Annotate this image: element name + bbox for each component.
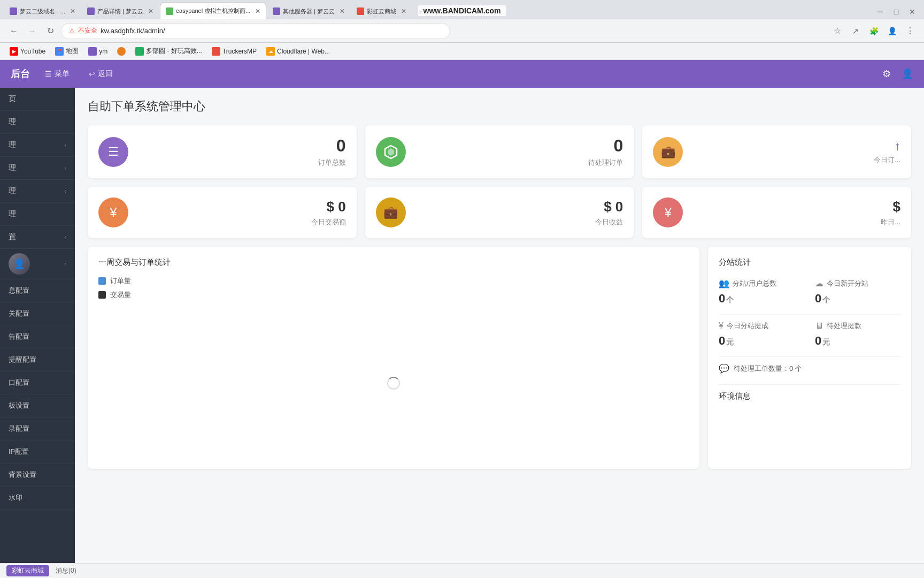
pending-work-orders-text: 待处理工单数量：0 个 xyxy=(734,364,802,374)
bookmark-3[interactable] xyxy=(113,46,130,57)
profile-icon[interactable]: 👤 xyxy=(884,24,899,39)
tx-amount-icon: ¥ xyxy=(98,197,128,227)
branch-stats-grid2: ¥ 今日分站提成 0元 🖥 待处理提款 xyxy=(719,321,900,348)
branch-today-new-header: ☁ 今日新开分站 xyxy=(815,278,900,288)
sidebar-item-info[interactable]: 息配置 xyxy=(0,279,75,302)
sidebar-label-port: 口配置 xyxy=(9,378,29,387)
branch-today-new: ☁ 今日新开分站 0个 xyxy=(815,278,900,306)
tab-label-3: easypanel 虚拟主机控制面... xyxy=(176,7,250,15)
sidebar-item-manage4[interactable]: 理 ‹ xyxy=(0,180,75,203)
share-icon[interactable]: ↗ xyxy=(848,24,863,39)
tab-5[interactable]: 彩虹云商城 ✕ xyxy=(351,3,412,19)
sidebar-chevron-3: ‹ xyxy=(64,165,66,171)
tab-overflow[interactable]: ▾ xyxy=(413,4,428,19)
bookmarks-bar: ▶ YouTube 📍 地图 ym 多部圆 - 好玩高效... Truckers… xyxy=(0,43,924,60)
sidebar-label-manage4: 理 xyxy=(9,186,16,196)
tab-4[interactable]: 其他服务器 | 梦云云 ✕ xyxy=(267,3,350,19)
sidebar-item-watermark[interactable]: 水印 xyxy=(0,486,75,509)
sidebar-item-manage2[interactable]: 理 ‹ xyxy=(0,134,75,157)
legend-dot-tx xyxy=(98,291,106,299)
back-button[interactable]: ← xyxy=(6,24,21,39)
branch-total-label: 分站/用户总数 xyxy=(733,279,776,288)
tab-close-5[interactable]: ✕ xyxy=(401,7,406,15)
tab-close-2[interactable]: ✕ xyxy=(148,7,153,15)
maps-label: 地图 xyxy=(66,47,79,56)
tab-close-3[interactable]: ✕ xyxy=(255,7,260,15)
ym-favicon xyxy=(88,47,97,56)
stat-card-today-income: 💼 $ 0 今日收益 xyxy=(365,187,634,238)
browser-bottom-bar: 彩虹云商城 消息(0) xyxy=(0,563,924,578)
stat-cards-row1: ☰ 0 订单总数 0 待处理订单 xyxy=(88,125,911,178)
admin-body: 页 理 理 ‹ 理 ‹ 理 ‹ 理 置 ‹ xyxy=(0,88,924,578)
menu-button[interactable]: ☰ 菜单 xyxy=(41,67,74,81)
today-orders-label: 今日订... xyxy=(691,155,900,165)
env-info-section: 环境信息 xyxy=(719,391,900,401)
tab-label-4: 其他服务器 | 梦云云 xyxy=(283,7,335,16)
extensions-icon[interactable]: 🧩 xyxy=(866,24,881,39)
branch-commission-label: 今日分站提成 xyxy=(727,321,768,331)
sidebar-label-template: 板设置 xyxy=(9,401,29,410)
group-icon: 👥 xyxy=(719,278,729,288)
pending-work-orders: 💬 待处理工单数量：0 个 xyxy=(719,363,900,374)
bookmark-cloudflare[interactable]: ☁ Cloudflare | Web... xyxy=(262,46,334,57)
sidebar-item-port[interactable]: 口配置 xyxy=(0,371,75,394)
sidebar-item-manage3[interactable]: 理 ‹ xyxy=(0,157,75,180)
today-income-info: $ 0 今日收益 xyxy=(414,199,623,227)
header-settings-icon[interactable]: ⚙ xyxy=(882,68,891,80)
forward-button[interactable]: → xyxy=(25,24,40,39)
tab-3-active[interactable]: easypanel 虚拟主机控制面... ✕ xyxy=(160,2,266,19)
sidebar-item-bg[interactable]: 背景设置 xyxy=(0,463,75,486)
address-input[interactable]: ⚠ 不安全 kw.asdghfx.tk/admin/ xyxy=(61,23,450,39)
branch-today-new-value: 0个 xyxy=(815,292,900,306)
stat-card-yesterday: ¥ $ 昨日... xyxy=(642,187,911,238)
pending-label: 待处理订单 xyxy=(414,158,623,168)
sidebar-item-reminder[interactable]: 提醒配置 xyxy=(0,348,75,371)
stat-card-orders: ☰ 0 订单总数 xyxy=(88,125,357,178)
yen-icon: ¥ xyxy=(719,321,723,331)
yesterday-value: $ xyxy=(691,199,900,215)
sidebar-item-config1[interactable]: 置 ‹ xyxy=(0,226,75,249)
sidebar-avatar-item: 👤 ‹ xyxy=(0,249,75,279)
tab-2[interactable]: 产品详情 | 梦云云 ✕ xyxy=(82,3,159,19)
sidebar-item-manage1[interactable]: 理 xyxy=(0,111,75,134)
bookmark-maps[interactable]: 📍 地图 xyxy=(51,45,83,57)
sidebar-item-ip[interactable]: IP配置 xyxy=(0,440,75,463)
tab-1[interactable]: 梦云二级域名 - ... ✕ xyxy=(4,3,81,19)
bookmark-ym[interactable]: ym xyxy=(84,46,112,57)
sidebar-item-template[interactable]: 板设置 xyxy=(0,394,75,417)
sidebar-item-page[interactable]: 页 xyxy=(0,88,75,111)
bookmark-youtube[interactable]: ▶ YouTube xyxy=(5,46,50,57)
sidebar-label-manage2: 理 xyxy=(9,140,16,150)
back-nav-button[interactable]: ↩ 返回 xyxy=(84,67,117,81)
reload-button[interactable]: ↻ xyxy=(43,24,58,39)
sidebar-item-login[interactable]: 录配置 xyxy=(0,417,75,440)
bottom-tab-rainbow[interactable]: 彩虹云商城 xyxy=(6,565,49,576)
window-minimize[interactable]: ─ xyxy=(873,4,888,19)
orders-icon: ☰ xyxy=(98,137,128,167)
sidebar-label-login: 录配置 xyxy=(9,424,29,434)
sidebar: 页 理 理 ‹ 理 ‹ 理 ‹ 理 置 ‹ xyxy=(0,88,75,578)
sidebar-item-related[interactable]: 关配置 xyxy=(0,302,75,325)
bookmark-duobu[interactable]: 多部圆 - 好玩高效... xyxy=(131,45,206,57)
tab-label-2: 产品详情 | 梦云云 xyxy=(97,7,143,16)
back-label: 返回 xyxy=(98,69,113,79)
pending-icon xyxy=(376,137,406,167)
today-orders-icon: 💼 xyxy=(653,137,683,167)
legend-label-orders: 订单量 xyxy=(110,276,131,286)
chart-loading-spinner xyxy=(387,377,400,390)
bookmark-icon[interactable]: ☆ xyxy=(830,24,845,39)
sidebar-item-ad[interactable]: 告配置 xyxy=(0,325,75,348)
security-warning-icon: ⚠ xyxy=(69,27,75,35)
window-maximize[interactable]: □ xyxy=(889,4,904,19)
bookmark-truckers[interactable]: TruckersMP xyxy=(207,46,261,57)
tab-close-1[interactable]: ✕ xyxy=(70,7,75,15)
header-user-icon[interactable]: 👤 xyxy=(902,68,913,80)
more-menu-icon[interactable]: ⋮ xyxy=(903,24,918,39)
cloudflare-favicon: ☁ xyxy=(266,47,275,56)
sidebar-chevron-2: ‹ xyxy=(64,142,66,148)
cloudflare-label: Cloudflare | Web... xyxy=(277,48,330,55)
new-tab-button[interactable]: + xyxy=(429,4,444,19)
tab-close-4[interactable]: ✕ xyxy=(340,7,345,15)
window-close[interactable]: ✕ xyxy=(905,4,920,19)
sidebar-item-manage5[interactable]: 理 xyxy=(0,203,75,226)
